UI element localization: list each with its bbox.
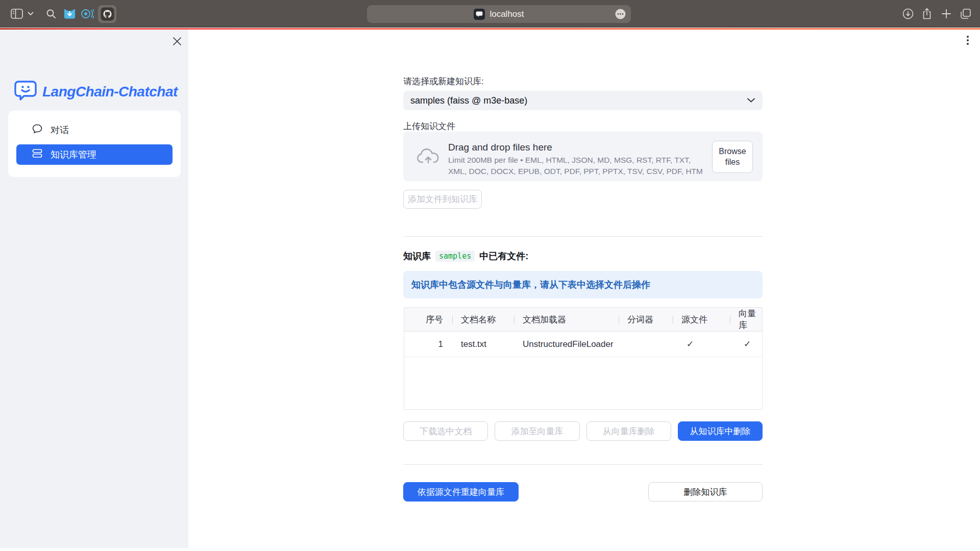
info-text: 知识库中包含源文件与向量库，请从下表中选择文件后操作	[411, 279, 650, 291]
divider	[403, 464, 763, 465]
add-files-to-kb-button[interactable]: 添加文件到知识库	[403, 190, 482, 209]
dropzone-limit-text: Limit 200MB per file • EML, HTML, JSON, …	[448, 155, 711, 177]
kb-heading-suffix: 中已有文件:	[479, 250, 528, 262]
kb-select[interactable]: samples (faiss @ m3e-base)	[403, 91, 763, 110]
column-header: 文档加载器	[514, 308, 619, 331]
sidebar-item-knowledge-base[interactable]: 知识库管理	[16, 144, 173, 165]
share-icon[interactable]	[920, 0, 934, 28]
main-content: 请选择或新建知识库: samples (faiss @ m3e-base) 上传…	[188, 30, 980, 548]
kb-select-label: 请选择或新建知识库:	[403, 76, 484, 87]
sidebar: LangChain-Chatchat 对话 知识库管理	[0, 30, 188, 548]
column-header: 序号	[404, 308, 452, 331]
sidebar-close-icon[interactable]	[170, 35, 184, 48]
download-selected-button[interactable]: 下载选中文档	[403, 421, 488, 441]
radar-extension-icon[interactable]	[80, 0, 94, 28]
url-text: localhost	[489, 9, 524, 19]
database-icon	[32, 148, 43, 161]
cloud-upload-icon	[416, 148, 440, 167]
sidebar-item-label: 对话	[51, 124, 69, 136]
new-tab-icon[interactable]	[940, 0, 953, 28]
streamlit-decoration-bar	[0, 28, 980, 30]
chatchat-logo-icon	[14, 80, 37, 104]
add-to-vector-store-button[interactable]: 添加至向量库	[495, 421, 579, 441]
sidebar-menu: 对话 知识库管理	[8, 111, 181, 177]
info-box: 知识库中包含源文件与向量库，请从下表中选择文件后操作	[403, 271, 763, 298]
dropzone-title: Drag and drop files here	[448, 142, 552, 153]
chevron-down-icon[interactable]	[27, 0, 35, 28]
browser-toolbar: localhost	[0, 0, 980, 28]
kb-files-table[interactable]: 序号 文档名称 文档加载器 分词器 源文件 向量库 1 test.txt Uns…	[404, 307, 763, 410]
cell-name: test.txt	[452, 332, 514, 357]
cell-source-check: ✓	[673, 332, 730, 357]
sidebar-toggle-icon[interactable]	[10, 0, 23, 28]
search-icon[interactable]	[45, 0, 57, 28]
sidebar-item-label: 知识库管理	[51, 148, 96, 161]
table-row[interactable]: 1 test.txt UnstructuredFileLoader ✓ ✓	[404, 332, 762, 357]
file-actions: 下载选中文档 添加至向量库 从向量库删除 从知识库中删除	[403, 421, 763, 441]
column-header: 分词器	[619, 308, 673, 331]
address-bar[interactable]: localhost	[367, 5, 631, 23]
delete-kb-button[interactable]: 删除知识库	[648, 482, 763, 502]
app-logo-text: LangChain-Chatchat	[42, 84, 178, 100]
app-logo: LangChain-Chatchat	[14, 80, 178, 104]
github-extension-button[interactable]	[98, 5, 116, 23]
cell-index: 1	[404, 332, 452, 357]
sidebar-item-chat[interactable]: 对话	[16, 120, 173, 140]
kb-name-code: samples	[435, 251, 475, 262]
tab-overview-icon[interactable]	[959, 0, 973, 28]
column-header: 源文件	[673, 308, 730, 331]
column-header: 文档名称	[452, 308, 514, 331]
downloads-icon[interactable]	[901, 0, 915, 28]
cell-vector-check: ✓	[730, 332, 762, 357]
upload-label: 上传知识文件	[403, 120, 455, 132]
column-header: 向量库	[730, 308, 762, 331]
select-chevron-down-icon	[747, 96, 755, 105]
chat-bubble-icon	[32, 123, 43, 137]
kb-select-value: samples (faiss @ m3e-base)	[410, 95, 747, 106]
rebuild-vector-store-button[interactable]: 依据源文件重建向量库	[403, 482, 519, 502]
table-header-row: 序号 文档名称 文档加载器 分词器 源文件 向量库	[404, 308, 762, 332]
remove-from-vector-store-button[interactable]: 从向量库删除	[586, 421, 671, 441]
cell-loader: UnstructuredFileLoader	[514, 332, 619, 357]
cell-splitter	[619, 332, 673, 357]
kb-files-heading: 知识库 samples 中已有文件:	[403, 250, 528, 262]
app-menu-icon[interactable]	[965, 34, 970, 47]
divider	[403, 236, 763, 237]
download-extension-icon[interactable]	[62, 0, 77, 28]
file-dropzone[interactable]: Drag and drop files here Limit 200MB per…	[403, 132, 763, 181]
page-settings-icon[interactable]	[615, 9, 626, 19]
page-bottom-strip	[0, 548, 980, 551]
site-favicon	[474, 9, 485, 20]
delete-from-kb-button[interactable]: 从知识库中删除	[678, 421, 763, 441]
browse-files-button[interactable]: Browse files	[712, 141, 753, 173]
kb-heading-prefix: 知识库	[403, 250, 431, 262]
